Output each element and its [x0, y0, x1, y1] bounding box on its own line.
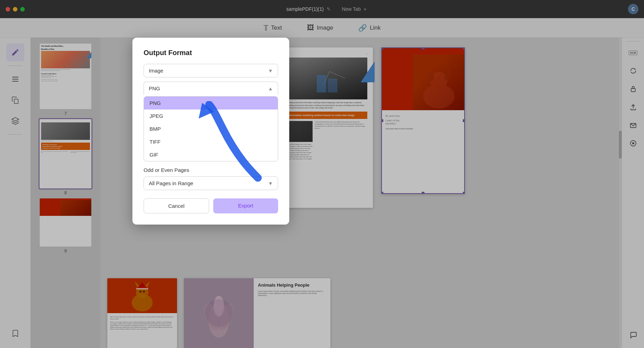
- modal-title: Output Format: [144, 49, 278, 57]
- dropdown-option-tiff[interactable]: TIFF: [144, 135, 278, 148]
- export-button[interactable]: Export: [213, 198, 278, 213]
- output-format-chevron: ▼: [268, 68, 273, 74]
- odd-even-label: Odd or Even Pages: [144, 167, 278, 173]
- dropdown-option-png[interactable]: PNG: [144, 97, 278, 109]
- dropdown-option-bmp[interactable]: BMP: [144, 122, 278, 135]
- odd-even-select[interactable]: All Pages in Range ▼: [144, 176, 278, 190]
- output-format-value: Image: [149, 68, 163, 74]
- dropdown-option-jpeg[interactable]: JPEG: [144, 109, 278, 122]
- modal-overlay[interactable]: [0, 0, 644, 348]
- output-format-select[interactable]: Image ▼: [144, 64, 278, 77]
- image-format-value: PNG: [149, 85, 160, 91]
- odd-even-chevron: ▼: [268, 181, 273, 186]
- modal-buttons: Cancel Export: [144, 198, 278, 213]
- odd-even-value: All Pages in Range: [149, 180, 193, 186]
- image-format-select[interactable]: PNG ▲: [144, 82, 278, 95]
- image-format-chevron: ▲: [268, 86, 273, 91]
- modal-dialog: Output Format Image ▼ PNG ▲ PNG JPEG BMP…: [132, 38, 289, 225]
- cancel-button[interactable]: Cancel: [144, 198, 209, 213]
- dropdown-option-gif[interactable]: GIF: [144, 148, 278, 161]
- format-dropdown: PNG JPEG BMP TIFF GIF: [144, 96, 278, 161]
